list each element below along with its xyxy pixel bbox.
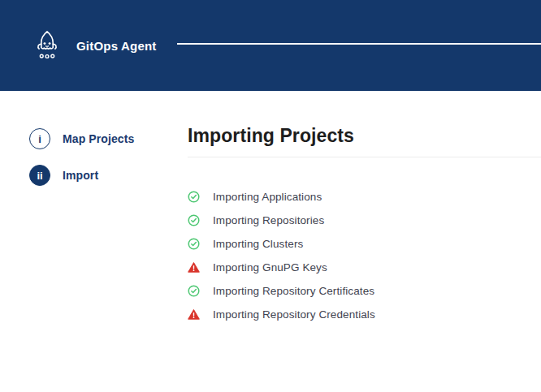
import-status-label: Importing Repositories: [213, 214, 324, 226]
import-status-list: Importing Applications: [188, 185, 541, 326]
stepper-step[interactable]: ii Import: [29, 165, 188, 186]
step-numeral-circle: i: [29, 128, 50, 149]
app-title: GitOps Agent: [76, 39, 157, 53]
page-title: Importing Projects: [188, 125, 541, 147]
step-numeral-circle: ii: [29, 165, 50, 186]
step-label: Import: [63, 169, 98, 182]
status-icon-wrap: [188, 261, 200, 274]
step-label: Map Projects: [63, 132, 134, 145]
import-status-label: Importing Clusters: [213, 238, 303, 250]
gitops-import-page: GitOps Agent i Map Projects ii Import Im…: [0, 0, 541, 392]
import-status-row: Importing Applications: [188, 185, 541, 209]
status-icon-wrap: [188, 214, 200, 226]
import-status-label: Importing Applications: [213, 191, 322, 203]
import-status-row: Importing Repository Certificates: [188, 279, 541, 303]
warning-triangle-icon: [188, 261, 200, 274]
status-icon-wrap: [188, 285, 200, 297]
import-status-label: Importing GnuPG Keys: [213, 261, 327, 274]
check-circle-icon: [188, 214, 200, 226]
header-rule: [177, 43, 541, 45]
import-status-label: Importing Repository Credentials: [213, 308, 375, 321]
stepper-step[interactable]: i Map Projects: [29, 128, 188, 149]
status-icon-wrap: [188, 191, 200, 203]
wizard-stepper: i Map Projects ii Import: [0, 91, 188, 392]
app-header: GitOps Agent: [0, 0, 541, 91]
main-panel: Importing Projects: [188, 91, 541, 392]
check-circle-icon: [188, 238, 200, 250]
import-status-label: Importing Repository Certificates: [213, 285, 374, 297]
import-status-row: Importing Repository Credentials: [188, 303, 541, 326]
status-icon-wrap: [188, 308, 200, 321]
import-status-row: Importing GnuPG Keys: [188, 256, 541, 279]
content-area: i Map Projects ii Import Importing Proje…: [0, 91, 541, 392]
import-status-row: Importing Repositories: [188, 209, 541, 232]
title-divider: [188, 157, 541, 157]
argo-squid-icon: [32, 27, 63, 64]
warning-triangle-icon: [188, 308, 200, 321]
import-status-row: Importing Clusters: [188, 232, 541, 256]
check-circle-icon: [188, 191, 200, 203]
check-circle-icon: [188, 285, 200, 297]
status-icon-wrap: [188, 238, 200, 250]
